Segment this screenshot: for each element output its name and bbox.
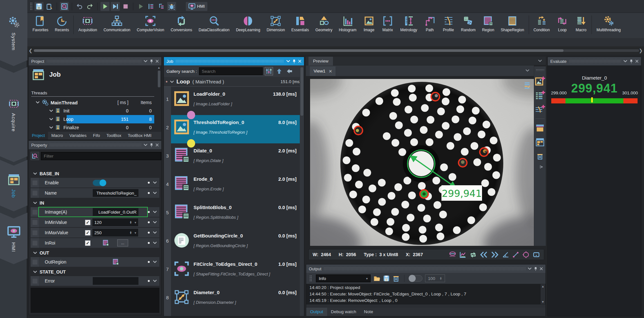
undo-button[interactable] — [75, 2, 84, 11]
job-list-scrollbar[interactable] — [300, 65, 304, 316]
output-tab-debug-watch[interactable]: Debug watch — [327, 308, 360, 316]
sb-loop-button[interactable] — [469, 251, 477, 258]
close-icon[interactable] — [540, 267, 543, 270]
scrollbar-thumb[interactable] — [34, 49, 564, 52]
add-image-button[interactable] — [535, 74, 545, 88]
ribbon-item-dataclassification[interactable]: DataClassification — [195, 15, 233, 32]
run-indent-button[interactable] — [157, 2, 166, 11]
sb-next-button[interactable] — [491, 251, 499, 259]
debug-button[interactable] — [167, 2, 176, 11]
spinner-icon[interactable]: ▲▼ — [129, 221, 132, 224]
ribbon-item-condition[interactable]: Condition — [530, 15, 553, 32]
back-arrow-button[interactable] — [285, 67, 294, 75]
aux-tab-project[interactable]: Project — [29, 132, 48, 140]
property-section-state-out[interactable]: STATE_OUT — [29, 267, 161, 276]
row-pin-cell[interactable] — [31, 178, 39, 188]
chevron-down-icon[interactable] — [623, 60, 627, 63]
row-pin-cell[interactable] — [31, 228, 39, 237]
run-disabled-button[interactable] — [136, 2, 145, 11]
sb-circle-button[interactable] — [522, 251, 530, 258]
hmi-monitor-button[interactable]: HMI — [186, 2, 207, 11]
save-button[interactable] — [34, 2, 43, 11]
property-section-out[interactable]: OUT — [29, 248, 161, 257]
value-field[interactable]: ThresholdToRegion_ — [93, 189, 138, 197]
job-item-erode-0[interactable]: 4Erode_02.0 [ms][ Region.Erode ] — [164, 172, 304, 200]
log-level-select[interactable]: Info ▾ — [316, 275, 371, 282]
open-folder-icon[interactable] — [373, 275, 380, 282]
chevron-down-icon[interactable] — [153, 261, 157, 263]
job-panel-header[interactable]: Job — [164, 57, 304, 65]
job-item-fitcircle-toedges-direct-0[interactable]: 7FitCircle_ToEdges_Direct_01.0 [ms][ Sha… — [164, 257, 304, 285]
filter-options-button[interactable] — [265, 67, 273, 75]
close-icon[interactable] — [156, 60, 159, 63]
chevron-down-icon[interactable] — [286, 60, 290, 63]
output-tab-output[interactable]: Output — [306, 308, 327, 316]
row-pin-cell[interactable] — [31, 207, 39, 217]
image-search-button[interactable] — [60, 2, 69, 11]
pin-icon[interactable] — [630, 59, 633, 63]
sb-rect-button[interactable] — [533, 251, 540, 258]
pin-icon[interactable] — [150, 59, 153, 63]
stop-button[interactable] — [121, 2, 130, 11]
view-overlay-options-button[interactable] — [522, 81, 532, 90]
property-row-inroi[interactable]: InRoi✓... — [31, 238, 159, 248]
ribbon-item-macro[interactable]: Macro — [572, 15, 590, 32]
sidebar-tab-system[interactable]: System — [0, 0, 27, 66]
row-pin-cell[interactable] — [31, 217, 39, 227]
roi-more-button[interactable]: ... — [117, 239, 128, 246]
job-item-splitintoblobs-0[interactable]: 5SplitIntoBlobs_00.0 [ms][ Region.SplitI… — [164, 200, 304, 228]
output-panel-header[interactable]: Output — [306, 265, 545, 273]
property-row-name[interactable]: NameThresholdToRegion_ — [31, 188, 159, 198]
ribbon-item-region[interactable]: Region — [479, 15, 497, 32]
job-item-thresholdtoregion-0[interactable]: 2ThresholdToRegion_08.0 [ms][ Image.Thre… — [164, 115, 304, 143]
ribbon-item-dimension[interactable]: Dimension — [263, 15, 288, 32]
ribbon-item-profile[interactable]: Profile — [439, 15, 458, 32]
sb-chart-button[interactable] — [459, 251, 467, 258]
trash-button[interactable] — [535, 149, 545, 163]
row-pin-cell[interactable] — [31, 276, 39, 286]
ribbon-item-communication[interactable]: Communication — [100, 15, 133, 32]
project-scrollbar[interactable]: ▲ — [157, 67, 161, 138]
chevron-down-icon[interactable] — [153, 231, 157, 234]
close-icon[interactable] — [298, 60, 301, 63]
job-item-getboundingcircle-0[interactable]: 6GetBoundingCircle_00.0 [ms][ Region.Get… — [164, 228, 304, 257]
chevron-down-icon[interactable] — [170, 81, 174, 83]
redo-button[interactable] — [85, 2, 94, 11]
row-pin-cell[interactable] — [31, 238, 39, 248]
tab-view1[interactable]: View1 ✕ — [310, 66, 336, 76]
chevron-down-icon[interactable] — [538, 60, 542, 62]
property-filter-input[interactable] — [41, 152, 161, 160]
property-panel-header[interactable]: Property — [29, 141, 161, 149]
clear-log-icon[interactable] — [393, 275, 400, 282]
save-log-icon[interactable] — [383, 275, 390, 282]
value-field[interactable]: LoadFolder_0.OutR — [93, 208, 138, 216]
close-icon[interactable] — [635, 60, 639, 63]
checkbox-checked[interactable]: ✓ — [85, 230, 90, 236]
ribbon-item-essentials[interactable]: Essentials — [288, 15, 312, 32]
ribbon-item-matrix[interactable]: Matrix — [378, 15, 397, 32]
ribbon-item-geometry[interactable]: Geometry — [312, 15, 336, 32]
ribbon-item-path[interactable]: Path — [421, 15, 439, 32]
ribbon-item-loop[interactable]: Loop — [553, 15, 572, 32]
ribbon-item-metrology[interactable]: Metrology — [397, 15, 421, 32]
preview-image-viewport[interactable]: 299,941 — [310, 79, 534, 246]
value-field[interactable] — [93, 277, 138, 285]
connector-dot[interactable] — [187, 139, 195, 148]
aux-tab-fifo[interactable]: Fifo — [90, 132, 103, 140]
property-section-base-in[interactable]: BASE_IN — [29, 169, 161, 178]
log-limit-stepper[interactable]: 100 ▲▼ — [425, 275, 445, 282]
ribbon-item-deeplearning[interactable]: DeepLearning — [233, 15, 263, 32]
project-panel-header[interactable]: Project — [29, 57, 161, 65]
tree-row-finalize[interactable]: Finalize00 — [29, 123, 157, 132]
panel-orange-button[interactable] — [535, 121, 545, 135]
sidebar-tab-job[interactable]: Job — [0, 160, 27, 211]
aux-tab-macro[interactable]: Macro — [48, 132, 66, 140]
sb-angle-button[interactable] — [502, 251, 509, 258]
enable-toggle-on[interactable] — [93, 180, 106, 186]
step-into-button[interactable] — [111, 2, 120, 11]
chevron-down-icon[interactable]: ▾ — [135, 221, 136, 224]
checkbox-checked[interactable]: ✓ — [85, 240, 90, 246]
run-list-button[interactable] — [147, 2, 156, 11]
chevron-down-icon[interactable] — [528, 267, 532, 270]
property-row-inmaxvalue[interactable]: InMaxValue✓250▲▼▾ — [31, 228, 159, 237]
